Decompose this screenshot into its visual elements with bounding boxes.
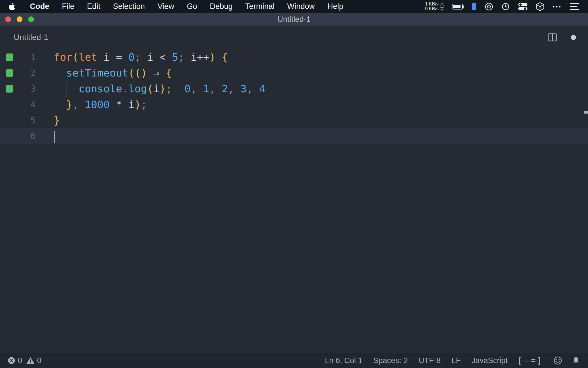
cube-icon[interactable] bbox=[536, 2, 544, 11]
status-javascript[interactable]: JavaScript bbox=[471, 356, 508, 365]
code-line-6[interactable]: 6 bbox=[0, 128, 588, 144]
download-arrow-icon: ▽ bbox=[440, 7, 444, 12]
code-content: } bbox=[36, 112, 60, 128]
code-line-2[interactable]: 2 setTimeout(() ⇒ { bbox=[0, 65, 588, 81]
loom-icon[interactable] bbox=[485, 2, 493, 11]
upload-speed: 1 KB/s bbox=[425, 2, 438, 7]
indent-guide bbox=[66, 81, 67, 97]
menu-file[interactable]: File bbox=[56, 2, 81, 11]
menubar: CodeFileEditSelectionViewGoDebugTerminal… bbox=[0, 0, 588, 13]
line-number: 2 bbox=[18, 65, 36, 81]
warning-count: 0 bbox=[37, 356, 41, 365]
menu-go[interactable]: Go bbox=[181, 2, 204, 11]
list-menu-icon[interactable] bbox=[570, 3, 579, 10]
line-number: 3 bbox=[18, 81, 36, 97]
window-title: Untitled-1 bbox=[0, 15, 588, 24]
line-number: 6 bbox=[18, 128, 36, 144]
error-count: 0 bbox=[18, 356, 22, 365]
download-speed: 0 KB/s bbox=[425, 7, 438, 12]
feedback-smiley-icon[interactable] bbox=[554, 356, 562, 365]
code-content: }, 1000 * i); bbox=[36, 97, 147, 112]
code-line-5[interactable]: 5} bbox=[0, 112, 588, 128]
gutter-marker bbox=[0, 81, 18, 97]
menu-edit[interactable]: Edit bbox=[81, 2, 107, 11]
menu-terminal[interactable]: Terminal bbox=[239, 2, 281, 11]
apple-logo-icon bbox=[9, 2, 16, 11]
line-number: 5 bbox=[18, 112, 36, 128]
phone-icon[interactable] bbox=[472, 3, 477, 11]
menubar-items: CodeFileEditSelectionViewGoDebugTerminal… bbox=[24, 2, 350, 11]
split-editor-icon[interactable] bbox=[548, 33, 557, 41]
code-line-1[interactable]: 1for(let i = 0; i < 5; i++) { bbox=[0, 49, 588, 65]
menu-view[interactable]: View bbox=[151, 2, 181, 11]
statusbar: 0 0 Ln 6, Col 1Spaces: 2UTF-8LFJavaScrip… bbox=[0, 353, 588, 368]
code-content: setTimeout(() ⇒ { bbox=[36, 65, 172, 81]
more-menu-icon[interactable]: ••• bbox=[552, 3, 562, 10]
code-line-4[interactable]: 4 }, 1000 * i); bbox=[0, 97, 588, 112]
statusbar-items: Ln 6, Col 1Spaces: 2UTF-8LFJavaScript[--… bbox=[325, 356, 540, 365]
gutter-space bbox=[0, 97, 18, 112]
screen: CodeFileEditSelectionViewGoDebugTerminal… bbox=[0, 0, 588, 368]
battery-icon[interactable] bbox=[452, 3, 464, 10]
status-lf[interactable]: LF bbox=[452, 356, 461, 365]
tab-untitled-1[interactable]: Untitled-1 bbox=[14, 33, 48, 42]
gutter-space bbox=[0, 128, 18, 144]
menubar-status-icons: 1 KB/s △ 0 KB/s ▽ bbox=[425, 2, 588, 12]
status-spaces-2[interactable]: Spaces: 2 bbox=[373, 356, 408, 365]
editor[interactable]: 1for(let i = 0; i < 5; i++) {2 setTimeou… bbox=[0, 49, 588, 353]
history-clock-icon[interactable] bbox=[501, 2, 510, 11]
line-number: 4 bbox=[18, 97, 36, 112]
problems-errors[interactable]: 0 bbox=[7, 356, 22, 365]
editor-tabbar: Untitled-1 bbox=[0, 26, 588, 49]
toggles-icon[interactable] bbox=[518, 3, 528, 11]
status-utf-8[interactable]: UTF-8 bbox=[419, 356, 441, 365]
overview-ruler-marker[interactable] bbox=[584, 111, 588, 114]
code-content bbox=[36, 128, 55, 144]
apple-menu[interactable] bbox=[0, 2, 24, 11]
editor-lines: 1for(let i = 0; i < 5; i++) {2 setTimeou… bbox=[0, 49, 588, 144]
upload-arrow-icon: △ bbox=[440, 2, 444, 7]
gutter-marker bbox=[0, 65, 18, 81]
line-number: 1 bbox=[18, 49, 36, 65]
problems-warnings[interactable]: 0 bbox=[26, 356, 41, 365]
menu-help[interactable]: Help bbox=[321, 2, 350, 11]
menu-code[interactable]: Code bbox=[24, 2, 56, 11]
warning-icon bbox=[26, 356, 35, 365]
menu-debug[interactable]: Debug bbox=[204, 2, 239, 11]
window-titlebar: Untitled-1 bbox=[0, 13, 588, 26]
code-line-3[interactable]: 3 console.log(i); 0, 1, 2, 3, 4 bbox=[0, 81, 588, 97]
unsaved-changes-dot[interactable] bbox=[571, 35, 576, 40]
network-speed-indicator[interactable]: 1 KB/s △ 0 KB/s ▽ bbox=[425, 2, 444, 12]
code-content: for(let i = 0; i < 5; i++) { bbox=[36, 49, 228, 65]
text-cursor bbox=[54, 131, 55, 143]
gutter-space bbox=[0, 112, 18, 128]
error-icon bbox=[7, 356, 16, 365]
menu-window[interactable]: Window bbox=[281, 2, 321, 11]
code-content: console.log(i); 0, 1, 2, 3, 4 bbox=[36, 81, 265, 97]
notifications-bell-icon[interactable] bbox=[572, 356, 580, 365]
gutter-marker bbox=[0, 49, 18, 65]
status-[interactable]: [----=-] bbox=[519, 356, 540, 365]
status-ln-6-col-1[interactable]: Ln 6, Col 1 bbox=[325, 356, 363, 365]
menu-selection[interactable]: Selection bbox=[107, 2, 151, 11]
